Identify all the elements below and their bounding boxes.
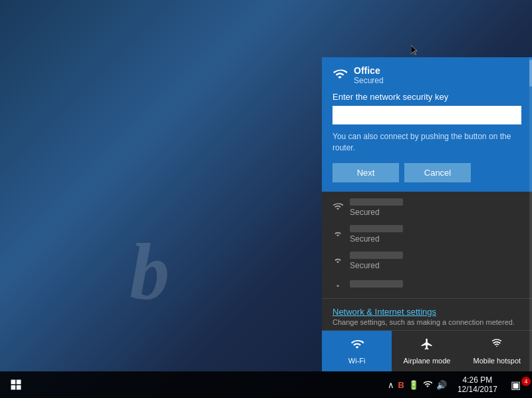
system-tray: ∧ B 🔋 🔊 (381, 371, 529, 398)
svg-rect-0 (11, 380, 16, 385)
taskbar-right: ∧ B 🔋 🔊 (381, 371, 532, 398)
airplane-mode-quick-action[interactable]: Airplane mode (392, 331, 462, 371)
svg-rect-2 (11, 385, 16, 390)
clock-area[interactable]: 4:26 PM 12/14/2017 (452, 375, 503, 395)
network-name-redacted (350, 252, 403, 259)
network-item-info (350, 280, 403, 290)
airplane-quick-icon (420, 337, 434, 354)
hotspot-quick-action[interactable]: Mobile hotspot (462, 331, 532, 371)
notification-center-button[interactable]: ▣ 4 (505, 371, 525, 398)
wifi-quick-label: Wi-Fi (348, 357, 366, 365)
list-item[interactable]: Secured (322, 194, 532, 221)
wifi-quick-action[interactable]: Wi-Fi (322, 331, 392, 371)
tray-overflow-icon[interactable]: ∧ (388, 380, 394, 390)
hotspot-quick-icon (490, 337, 503, 354)
wifi-secured-label: Secured (354, 76, 384, 85)
wifi-prompt-label: Enter the network security key (332, 92, 521, 102)
wifi-password-input[interactable] (332, 106, 521, 124)
quick-actions-bar: Wi-Fi Airplane mode Mobile hotspot (322, 330, 532, 371)
clock-time: 4:26 PM (463, 375, 493, 385)
wifi-action-buttons: Next Cancel (332, 163, 521, 182)
tray-icons: ∧ B 🔋 🔊 (385, 379, 450, 391)
wifi-connect-panel: Office Secured Enter the network securit… (322, 57, 532, 192)
wifi-cancel-button[interactable]: Cancel (404, 163, 471, 182)
network-item-info: Secured (350, 225, 403, 244)
svg-rect-1 (17, 380, 21, 385)
tray-app-icon[interactable]: B (398, 380, 404, 390)
network-list: Secured Secured (322, 192, 532, 298)
bing-watermark: b (130, 226, 170, 318)
network-status: Secured (350, 208, 403, 217)
network-settings-description: Change settings, such as making a connec… (332, 318, 521, 326)
notification-badge: 4 (521, 377, 531, 386)
list-item[interactable] (322, 274, 532, 296)
wifi-network-header: Office Secured (332, 65, 521, 85)
network-item-info: Secured (350, 198, 403, 217)
wifi-network-name: Office (354, 65, 384, 76)
taskbar-left (0, 371, 381, 398)
network-status: Secured (350, 234, 403, 244)
wifi-item-icon (332, 201, 343, 214)
wifi-quick-icon (350, 337, 364, 354)
mouse-cursor (411, 45, 419, 56)
desktop-background: b Office Secured Enter the network secur… (0, 0, 532, 398)
wifi-signal-icon (332, 67, 347, 85)
taskbar: ∧ B 🔋 🔊 (0, 371, 532, 398)
wifi-next-button[interactable]: Next (332, 163, 399, 182)
wifi-item-icon (332, 254, 343, 268)
list-item[interactable]: Secured (322, 221, 532, 248)
list-item[interactable]: Secured (322, 248, 532, 274)
network-flyout-panel: Office Secured Enter the network securit… (322, 57, 532, 371)
clock-date: 12/14/2017 (458, 385, 497, 394)
network-item-info: Secured (350, 252, 403, 270)
hotspot-quick-label: Mobile hotspot (473, 357, 521, 365)
wifi-network-info: Office Secured (354, 65, 384, 85)
scroll-thumb[interactable] (529, 60, 532, 87)
volume-icon[interactable]: 🔊 (436, 380, 447, 390)
flyout-scrollbar[interactable] (529, 57, 532, 371)
wifi-item-icon (332, 278, 343, 292)
network-name-redacted (350, 225, 403, 232)
battery-icon[interactable]: 🔋 (408, 380, 419, 390)
network-settings-link[interactable]: Network & Internet settings (332, 307, 521, 317)
network-settings-section: Network & Internet settings Change setti… (322, 298, 532, 330)
network-tray-icon[interactable] (423, 379, 432, 391)
wifi-hint-text: You can also connect by pushing the butt… (332, 131, 521, 154)
network-status: Secured (350, 261, 403, 270)
start-button[interactable] (0, 371, 32, 398)
svg-rect-3 (17, 385, 21, 390)
airplane-quick-label: Airplane mode (404, 357, 451, 365)
wifi-item-icon (332, 228, 343, 241)
network-name-redacted (350, 198, 403, 206)
network-name-redacted (350, 280, 403, 288)
